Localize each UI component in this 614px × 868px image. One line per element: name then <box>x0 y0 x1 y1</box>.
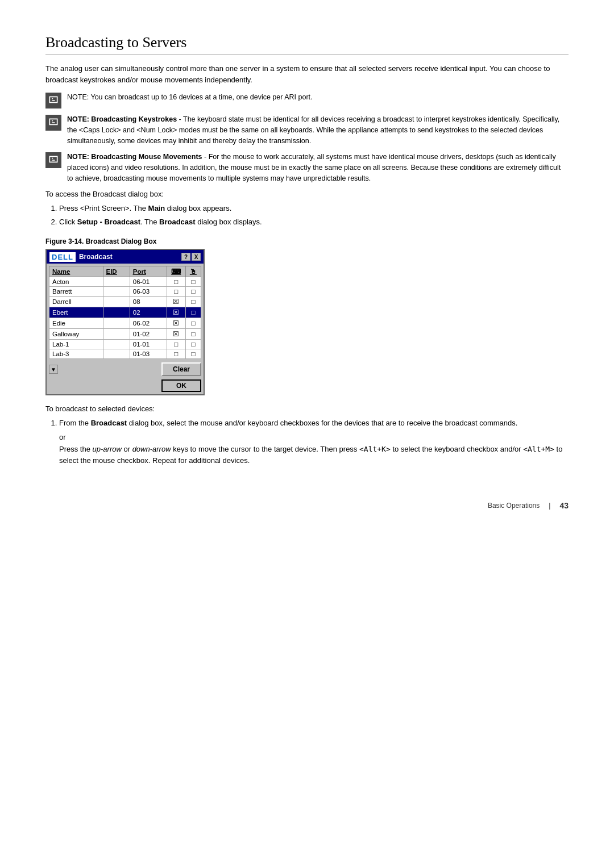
intro-paragraph: The analog user can simultaneously contr… <box>45 63 569 85</box>
ok-button[interactable]: OK <box>161 379 201 392</box>
cell-eid <box>103 287 130 297</box>
page-title: Broadcasting to Servers <box>45 34 569 55</box>
broadcast-dialog: DELL Broadcast ? X Name EID Port ⌨ 🖱 Act… <box>45 249 205 395</box>
bottom-steps-intro: To broadcast to selected devices: <box>45 404 569 413</box>
cell-mouse-checkbox[interactable] <box>185 297 201 307</box>
cell-port: 01-01 <box>130 340 167 349</box>
col-header-name: Name <box>49 266 103 277</box>
steps-list: Press <Print Screen>. The Main dialog bo… <box>59 203 569 229</box>
col-header-eid: EID <box>103 266 130 277</box>
table-row[interactable]: Acton06-01 <box>49 277 201 287</box>
close-button[interactable]: X <box>192 253 201 261</box>
cell-name: Edie <box>49 318 103 329</box>
cell-kb-checkbox[interactable] <box>167 329 185 340</box>
note-icon-3 <box>45 152 61 168</box>
table-row[interactable]: Barrett06-03 <box>49 287 201 297</box>
dialog-content: Name EID Port ⌨ 🖱 Acton06-01Barrett06-03… <box>47 264 204 361</box>
cell-kb-checkbox[interactable] <box>167 297 185 307</box>
cell-eid <box>103 349 130 359</box>
table-row[interactable]: Galloway01-02 <box>49 329 201 340</box>
cell-name: Lab-1 <box>49 340 103 349</box>
cell-name: Galloway <box>49 329 103 340</box>
col-header-kb: ⌨ <box>167 266 185 277</box>
dialog-buttons: OK <box>47 377 204 394</box>
cell-port: 08 <box>130 297 167 307</box>
titlebar-controls[interactable]: ? X <box>181 253 201 261</box>
cell-port: 06-01 <box>130 277 167 287</box>
table-row[interactable]: Ebert02 <box>49 307 201 318</box>
note-block-2: NOTE: Broadcasting Keystrokes - The keyb… <box>45 114 569 146</box>
note-text-3: NOTE: Broadcasting Mouse Movements - For… <box>67 152 569 183</box>
cell-kb-checkbox[interactable] <box>167 287 185 297</box>
cell-mouse-checkbox[interactable] <box>185 287 201 297</box>
table-row[interactable]: Lab-301-03 <box>49 349 201 359</box>
page-number: 43 <box>559 501 569 510</box>
cell-mouse-checkbox[interactable] <box>185 307 201 318</box>
col-header-mouse: 🖱 <box>185 266 201 277</box>
footer-separator: | <box>549 502 550 510</box>
table-body: Acton06-01Barrett06-03Darrell08Ebert02Ed… <box>49 277 201 359</box>
cell-kb-checkbox[interactable] <box>167 340 185 349</box>
figure-caption: Figure 3-14. Broadcast Dialog Box <box>45 237 569 245</box>
bottom-step-1-sub: or Press the up-arrow or down-arrow keys… <box>59 432 569 467</box>
cell-kb-checkbox[interactable] <box>167 318 185 329</box>
note-block-1: NOTE: You can broadcast up to 16 devices… <box>45 92 569 108</box>
step-1: Press <Print Screen>. The Main dialog bo… <box>59 203 569 215</box>
note-icon-1 <box>45 93 61 108</box>
page-footer: Basic Operations | 43 <box>45 501 569 510</box>
note-icon-2 <box>45 115 61 131</box>
clear-button[interactable]: Clear <box>161 362 201 376</box>
cell-eid <box>103 277 130 287</box>
table-header-row: Name EID Port ⌨ 🖱 <box>49 266 201 277</box>
cell-kb-checkbox[interactable] <box>167 349 185 359</box>
cell-mouse-checkbox[interactable] <box>185 318 201 329</box>
cell-name: Darrell <box>49 297 103 307</box>
cell-mouse-checkbox[interactable] <box>185 329 201 340</box>
table-row[interactable]: Darrell08 <box>49 297 201 307</box>
cell-name: Lab-3 <box>49 349 103 359</box>
step-2: Click Setup - Broadcast. The Broadcast d… <box>59 216 569 228</box>
cell-kb-checkbox[interactable] <box>167 277 185 287</box>
cell-eid <box>103 329 130 340</box>
footer-section: Basic Operations <box>488 502 540 510</box>
broadcast-table: Name EID Port ⌨ 🖱 Acton06-01Barrett06-03… <box>49 266 201 359</box>
cell-name: Barrett <box>49 287 103 297</box>
cell-name: Acton <box>49 277 103 287</box>
cell-name: Ebert <box>49 307 103 318</box>
dialog-title: Broadcast <box>79 253 113 261</box>
cell-port: 06-03 <box>130 287 167 297</box>
cell-eid <box>103 307 130 318</box>
bottom-step-1: From the Broadcast dialog box, select th… <box>59 418 569 467</box>
scroll-down-arrow[interactable]: ▼ <box>49 365 58 374</box>
help-button[interactable]: ? <box>181 253 190 261</box>
cell-mouse-checkbox[interactable] <box>185 340 201 349</box>
note-text-2: NOTE: Broadcasting Keystrokes - The keyb… <box>67 114 569 146</box>
bottom-steps-list: From the Broadcast dialog box, select th… <box>59 418 569 467</box>
dialog-footer-row: ▼ Clear <box>47 361 204 377</box>
cell-port: 06-02 <box>130 318 167 329</box>
cell-port: 02 <box>130 307 167 318</box>
note-text-1: NOTE: You can broadcast up to 16 devices… <box>67 92 313 103</box>
note-block-3: NOTE: Broadcasting Mouse Movements - For… <box>45 152 569 183</box>
cell-mouse-checkbox[interactable] <box>185 349 201 359</box>
cell-eid <box>103 297 130 307</box>
cell-port: 01-02 <box>130 329 167 340</box>
col-header-port: Port <box>130 266 167 277</box>
steps-intro: To access the Broadcast dialog box: <box>45 190 569 198</box>
table-row[interactable]: Lab-101-01 <box>49 340 201 349</box>
cell-kb-checkbox[interactable] <box>167 307 185 318</box>
cell-mouse-checkbox[interactable] <box>185 277 201 287</box>
table-row[interactable]: Edie06-02 <box>49 318 201 329</box>
cell-eid <box>103 318 130 329</box>
dialog-titlebar: DELL Broadcast ? X <box>47 250 204 264</box>
cell-port: 01-03 <box>130 349 167 359</box>
titlebar-left: DELL Broadcast <box>49 252 113 262</box>
cell-eid <box>103 340 130 349</box>
dell-logo: DELL <box>49 252 76 262</box>
